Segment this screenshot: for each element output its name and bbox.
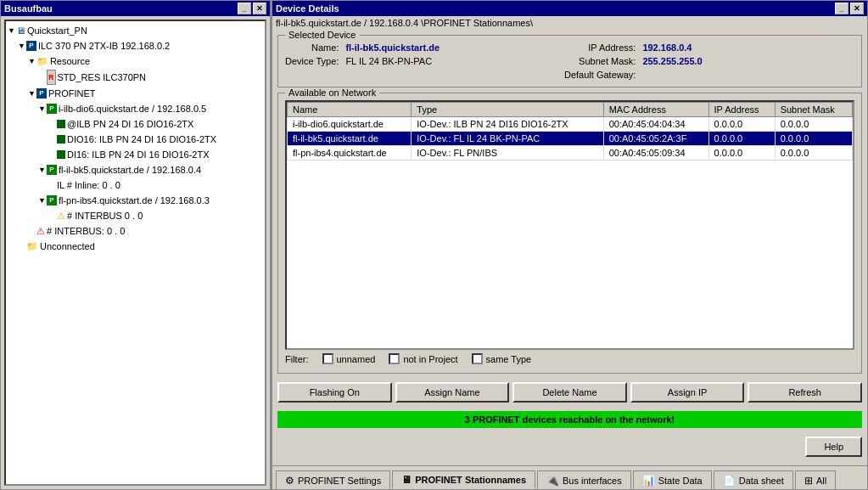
- tab-data-sheet[interactable]: 📄 Data sheet: [714, 470, 793, 489]
- filter-row: Filter: unnamed not in Project same Type: [285, 350, 854, 366]
- filter-label: Filter:: [285, 354, 309, 364]
- col-mac: MAC Address: [603, 103, 708, 117]
- tab-bus-interfaces[interactable]: 🔌 Bus interfaces: [537, 470, 631, 489]
- filter-same-type-checkbox[interactable]: [472, 353, 483, 364]
- tree-item-std_res[interactable]: RSTD_RES ILC370PN: [8, 69, 263, 86]
- right-close-btn[interactable]: ✕: [850, 3, 864, 14]
- data-sheet-label: Data sheet: [739, 476, 784, 486]
- subnet-mask-label: Subnet Mask:: [564, 56, 636, 66]
- right-title: Device Details: [276, 3, 339, 14]
- table-row[interactable]: fl-il-bk5.quickstart.deIO-Dev.: FL IL 24…: [288, 132, 853, 146]
- cell-subnet-2: 0.0.0.0: [775, 146, 852, 161]
- data-sheet-icon: 📄: [723, 475, 736, 487]
- cell-ip-0: 0.0.0.0: [708, 117, 775, 132]
- bus-interfaces-icon: 🔌: [546, 475, 559, 487]
- cell-ip-1: 0.0.0.0: [708, 132, 775, 146]
- state-data-label: State Data: [658, 476, 703, 486]
- col-name: Name: [288, 103, 412, 117]
- tree-item-interbus_inline[interactable]: ⚠# INTERBUS 0 . 0: [8, 208, 263, 223]
- tree-item-pn_24di[interactable]: @ILB PN 24 DI 16 DIO16-2TX: [8, 116, 263, 132]
- selected-device-fields: Name: fl-il-bk5.quickstart.de IP Address…: [285, 42, 854, 80]
- cell-subnet-1: 0.0.0.0: [775, 132, 852, 146]
- help-row: Help: [277, 436, 862, 460]
- help-button[interactable]: Help: [805, 436, 862, 457]
- flashing-on-button[interactable]: Flashing On: [277, 382, 392, 403]
- name-label: Name:: [285, 42, 339, 53]
- refresh-button[interactable]: Refresh: [748, 382, 862, 403]
- cell-name-2: fl-pn-ibs4.quickstart.de: [288, 146, 412, 161]
- tree-item-ilb_dio6[interactable]: ▼Pi-ilb-dio6.quickstart.de / 192.168.0.5: [8, 101, 263, 116]
- cell-name-0: i-ilb-dio6.quickstart.de: [288, 117, 412, 132]
- profinet-settings-icon: ⚙: [285, 475, 294, 487]
- left-close-btn[interactable]: ✕: [253, 3, 266, 14]
- name-value: fl-il-bk5.quickstart.de: [345, 42, 557, 53]
- all-icon: ⊞: [804, 475, 813, 487]
- profinet-stationnames-icon: 🖥: [401, 474, 412, 486]
- path-label: fl-il-bk5.quickstart.de / 192.168.0.4 \P…: [272, 16, 867, 30]
- filter-not-in-project-label: not in Project: [403, 354, 457, 364]
- tab-all[interactable]: ⊞ All: [795, 470, 836, 489]
- tree-item-unconnected[interactable]: 📁Unconnected: [8, 239, 263, 254]
- right-titlebar-controls: _ ✕: [835, 3, 864, 14]
- tab-state-data[interactable]: 📊 State Data: [633, 470, 712, 489]
- device-type-value: FL IL 24 BK-PN-PAC: [345, 56, 557, 66]
- tree-item-profinet[interactable]: ▼PPROFINET: [8, 86, 263, 101]
- tree-item-fl_bk5[interactable]: ▼Pfl-il-bk5.quickstart.de / 192.168.0.4: [8, 162, 263, 177]
- network-group: Available on Network Name Type MAC Addre…: [277, 93, 862, 374]
- assign-ip-button[interactable]: Assign IP: [630, 382, 745, 403]
- tree-item-quickstart[interactable]: ▼🖥Quickstart_PN: [8, 23, 263, 38]
- subnet-mask-value: 255.255.255.0: [642, 56, 854, 66]
- tree-item-fl_pn_ibs4[interactable]: ▼Pfl-pn-ibs4.quickstart.de / 192.168.0.3: [8, 193, 263, 208]
- cell-type-0: IO-Dev.: ILB PN 24 DI16 DIO16-2TX: [412, 117, 603, 132]
- right-minimize-btn[interactable]: _: [835, 3, 848, 14]
- tree-view[interactable]: ▼🖥Quickstart_PN▼PILC 370 PN 2TX-IB 192.1…: [4, 20, 266, 486]
- table-row[interactable]: fl-pn-ibs4.quickstart.deIO-Dev.: FL PN/I…: [288, 146, 853, 161]
- profinet-settings-label: PROFINET Settings: [298, 476, 381, 486]
- cell-type-1: IO-Dev.: FL IL 24 BK-PN-PAC: [412, 132, 603, 146]
- cell-mac-1: 00:A0:45:05:2A:3F: [603, 132, 708, 146]
- tree-item-inline[interactable]: IL # Inline: 0 . 0: [8, 177, 263, 193]
- tree-item-resource[interactable]: ▼📁Resource: [8, 54, 263, 69]
- assign-name-button[interactable]: Assign Name: [395, 382, 510, 403]
- col-subnet: Subnet Mask: [775, 103, 852, 117]
- left-titlebar-controls: _ ✕: [238, 3, 266, 14]
- cell-ip-2: 0.0.0.0: [708, 146, 775, 161]
- col-type: Type: [412, 103, 603, 117]
- left-titlebar: Busaufbau _ ✕: [1, 1, 270, 16]
- cell-name-1: fl-il-bk5.quickstart.de: [288, 132, 412, 146]
- selected-device-title: Selected Device: [285, 30, 360, 40]
- tab-bar: ⚙ PROFINET Settings 🖥 PROFINET Stationna…: [272, 465, 867, 489]
- all-label: All: [816, 476, 826, 486]
- col-ip: IP Address: [708, 103, 775, 117]
- ip-address-value: 192.168.0.4: [642, 42, 854, 53]
- cell-mac-0: 00:A0:45:04:04:34: [603, 117, 708, 132]
- tree-item-dio16[interactable]: DIO16: ILB PN 24 DI 16 DIO16-2TX: [8, 132, 263, 147]
- status-bar: 3 PROFINET devices reachable on the netw…: [277, 411, 862, 428]
- filter-not-in-project: not in Project: [389, 353, 457, 364]
- cell-type-2: IO-Dev.: FL PN/IBS: [412, 146, 603, 161]
- left-title: Busaufbau: [4, 3, 53, 14]
- device-type-label: Device Type:: [285, 56, 339, 66]
- delete-name-button[interactable]: Delete Name: [512, 382, 627, 403]
- filter-not-in-project-checkbox[interactable]: [389, 353, 400, 364]
- bus-interfaces-label: Bus interfaces: [563, 476, 622, 486]
- right-titlebar: Device Details _ ✕: [272, 1, 867, 16]
- cell-mac-2: 00:A0:45:05:09:34: [603, 146, 708, 161]
- profinet-stationnames-label: PROFINET Stationnames: [415, 475, 526, 485]
- tree-item-ilc370[interactable]: ▼PILC 370 PN 2TX-IB 192.168.0.2: [8, 38, 263, 54]
- filter-unnamed-label: unnamed: [337, 354, 376, 364]
- ip-address-label: IP Address:: [564, 42, 636, 53]
- left-minimize-btn[interactable]: _: [238, 3, 251, 14]
- tab-profinet-settings[interactable]: ⚙ PROFINET Settings: [276, 470, 390, 489]
- table-row[interactable]: i-ilb-dio6.quickstart.deIO-Dev.: ILB PN …: [288, 117, 853, 132]
- filter-unnamed-checkbox[interactable]: [322, 353, 333, 364]
- tree-item-di16[interactable]: DI16: ILB PN 24 DI 16 DIO16-2TX: [8, 147, 263, 162]
- cell-subnet-0: 0.0.0.0: [775, 117, 852, 132]
- tree-item-interbus[interactable]: ⚠# INTERBUS: 0 . 0: [8, 223, 263, 239]
- tab-profinet-stationnames[interactable]: 🖥 PROFINET Stationnames: [392, 470, 535, 489]
- network-table: Name Type MAC Address IP Address Subnet …: [287, 102, 853, 161]
- filter-same-type: same Type: [472, 353, 532, 364]
- default-gateway-value: [642, 70, 854, 80]
- default-gateway-label: Default Gateway:: [564, 70, 636, 80]
- network-table-container[interactable]: Name Type MAC Address IP Address Subnet …: [285, 100, 854, 350]
